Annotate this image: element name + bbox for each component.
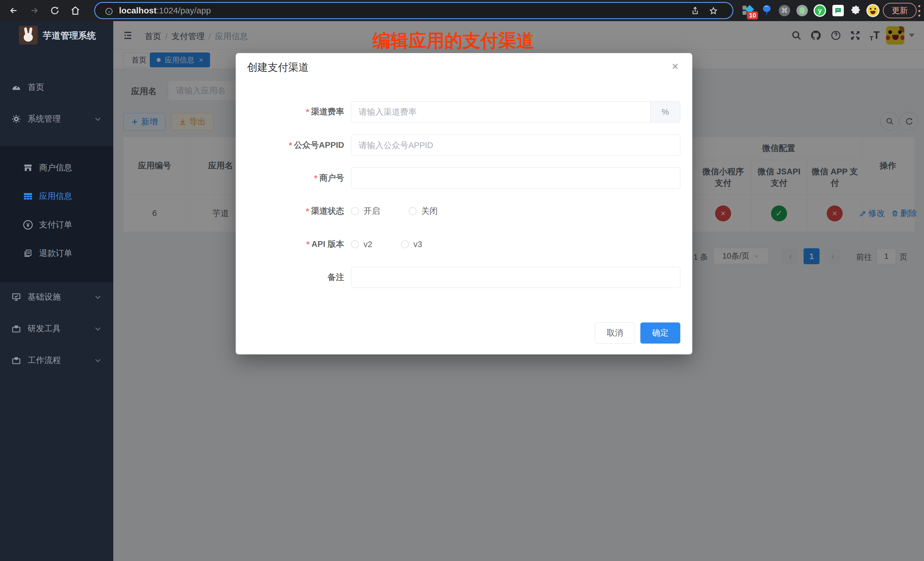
- api-v2-radio[interactable]: [351, 240, 359, 248]
- field-api-version: * API 版本 v2 v3: [236, 234, 692, 255]
- browser-menu-icon[interactable]: [918, 5, 921, 16]
- extension-balloon-icon[interactable]: [760, 4, 773, 17]
- url-host: localhost: [119, 6, 157, 15]
- sidebar-item-refund-order[interactable]: 退款订单: [0, 240, 113, 267]
- briefcase-icon: [11, 355, 22, 366]
- dialog-title: 创建支付渠道: [247, 60, 309, 75]
- gear-icon: [11, 114, 22, 124]
- appid-input[interactable]: [351, 135, 680, 156]
- monitor-icon: [11, 292, 22, 303]
- chevron-down-icon: [94, 325, 102, 333]
- yen-circle-icon: ¥: [23, 220, 33, 230]
- field-status: * 渠道状态 开启 关闭: [236, 201, 692, 222]
- browser-reload-icon[interactable]: [48, 4, 62, 17]
- percent-suffix: %: [650, 102, 680, 122]
- app-logo: [19, 26, 38, 45]
- url-path: :1024/pay/app: [157, 6, 211, 15]
- required-asterisk: *: [288, 141, 292, 150]
- merchant-input[interactable]: [351, 168, 680, 189]
- browser-back-icon[interactable]: [7, 4, 21, 17]
- browser-update-button[interactable]: 更新: [883, 3, 916, 18]
- extension-badge: 10: [747, 11, 758, 20]
- required-asterisk: *: [306, 107, 309, 117]
- field-appid: * 公众号APPID: [236, 135, 692, 156]
- status-off-label[interactable]: 关闭: [421, 206, 438, 217]
- svg-text:¥: ¥: [27, 222, 30, 228]
- browser-forward-icon[interactable]: [27, 4, 41, 17]
- required-asterisk: *: [306, 240, 309, 249]
- sidebar-item-workflow[interactable]: 工作流程: [0, 347, 113, 374]
- field-remark: 备注: [236, 267, 692, 288]
- cancel-button[interactable]: 取消: [595, 322, 635, 344]
- grid-icon: [23, 191, 33, 201]
- site-info-icon[interactable]: [105, 7, 113, 16]
- share-icon[interactable]: [691, 7, 699, 15]
- extensions-puzzle-icon[interactable]: [849, 4, 862, 17]
- chevron-down-icon: [94, 115, 102, 123]
- dashboard-icon: [11, 82, 22, 93]
- sidebar-submenu: 商户信息 应用信息 ¥ 支付订单 退款订单: [0, 146, 113, 282]
- status-off-radio[interactable]: [409, 207, 417, 215]
- browser-home-icon[interactable]: [69, 4, 82, 17]
- extension-command-icon[interactable]: ⌘: [778, 4, 791, 17]
- extension-y-icon[interactable]: y: [813, 4, 826, 17]
- dialog-close-icon[interactable]: ×: [669, 60, 681, 72]
- required-asterisk: *: [314, 174, 317, 183]
- status-on-label[interactable]: 开启: [363, 206, 380, 217]
- confirm-button[interactable]: 确定: [640, 322, 680, 344]
- extension-record-icon[interactable]: [796, 4, 809, 17]
- sidebar: 芋道管理系统 首页 系统管理 ¥ 支付管理 商户信息 应: [0, 21, 113, 561]
- browser-chrome: localhost :1024/pay/app 10 ⌘ y: [0, 0, 924, 21]
- url-bar[interactable]: localhost :1024/pay/app: [94, 2, 734, 19]
- api-v3-radio[interactable]: [401, 240, 409, 248]
- document-copy-icon: [23, 248, 33, 258]
- sidebar-item-infrastructure[interactable]: 基础设施: [0, 284, 113, 310]
- status-on-radio[interactable]: [351, 207, 359, 215]
- extension-notes-icon[interactable]: 10: [742, 4, 755, 17]
- app-title: 芋道管理系统: [43, 30, 96, 42]
- sidebar-item-dev-tools[interactable]: 研发工具: [0, 316, 113, 342]
- extension-chat-icon[interactable]: [831, 4, 844, 17]
- field-merchant: * 商户号: [236, 168, 692, 189]
- sidebar-item-app-info[interactable]: 应用信息: [0, 183, 113, 210]
- sidebar-item-merchant-info[interactable]: 商户信息: [0, 154, 113, 182]
- api-v3-label[interactable]: v3: [414, 240, 422, 249]
- create-channel-dialog: 创建支付渠道 × * 渠道费率 % * 公众号APPID * 商户号 * 渠道状…: [236, 53, 692, 354]
- toolbox-icon: [11, 323, 22, 334]
- annotation-text: 编辑应用的支付渠道: [372, 28, 534, 53]
- api-v2-label[interactable]: v2: [363, 240, 372, 249]
- field-rate: * 渠道费率 %: [236, 101, 692, 122]
- bookmark-star-icon[interactable]: [709, 7, 718, 15]
- profile-avatar-icon[interactable]: [866, 4, 879, 17]
- remark-input[interactable]: [351, 267, 680, 288]
- sidebar-item-system[interactable]: 系统管理: [0, 106, 113, 132]
- rate-input[interactable]: %: [351, 101, 680, 122]
- sidebar-item-pay-order[interactable]: ¥ 支付订单: [0, 211, 113, 238]
- chevron-down-icon: [94, 293, 102, 301]
- required-asterisk: *: [306, 207, 309, 216]
- shop-icon: [23, 163, 33, 173]
- chevron-down-icon: [94, 356, 102, 364]
- sidebar-item-home[interactable]: 首页: [0, 74, 113, 100]
